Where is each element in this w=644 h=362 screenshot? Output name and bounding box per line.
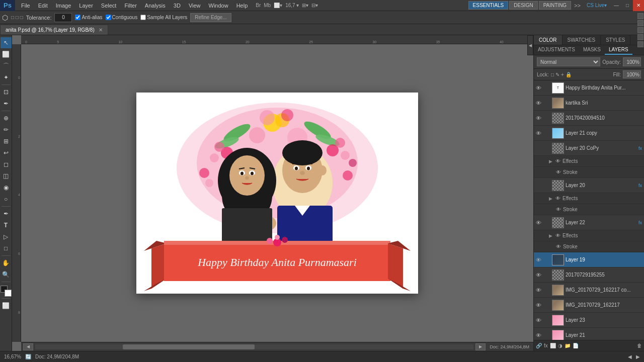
canvas-content[interactable]: Happy Birthday Anita Purnamasari — [21, 44, 533, 342]
close-btn[interactable]: ✕ — [633, 0, 644, 11]
layer-eye-20copy[interactable]: 👁 — [536, 145, 543, 151]
layer-eye-20170420[interactable]: 👁 — [536, 115, 543, 121]
scroll-left-btn[interactable]: ◀ — [23, 343, 33, 350]
color-tab[interactable]: COLOR — [534, 35, 562, 45]
h-scroll-track[interactable] — [35, 344, 473, 349]
adjustment-layer-btn[interactable]: ◑ — [558, 343, 562, 348]
cs-live-btn[interactable]: CS Live▾ — [583, 2, 611, 9]
zoom-level[interactable]: 16,7 ▾ — [285, 3, 299, 8]
panel-icon-5[interactable] — [637, 41, 643, 47]
stamp-tool[interactable]: ⊞ — [1, 136, 12, 147]
eyedropper-tool[interactable]: ✒ — [1, 98, 12, 109]
br-icon[interactable]: Br — [256, 3, 261, 8]
hand-tool[interactable]: ✋ — [1, 257, 12, 268]
layer-eye-19[interactable]: 👁 — [536, 257, 543, 263]
ws-design[interactable]: DESIGN — [509, 1, 537, 10]
layer-eye-21copy[interactable]: 👁 — [536, 130, 543, 136]
dodge-tool[interactable]: ○ — [1, 194, 12, 205]
layer-item-20copy[interactable]: 👁 Layer 20 CoPy fx — [534, 141, 644, 156]
type-tool[interactable]: T — [1, 220, 12, 231]
opacity-input[interactable] — [623, 57, 641, 66]
lock-all-btn[interactable]: 🔒 — [566, 72, 572, 77]
effect-item-22-stroke[interactable]: 👁 Stroke — [534, 241, 644, 252]
move-tool[interactable]: ↖ — [1, 37, 12, 48]
scroll-right-btn[interactable]: ▶ — [475, 343, 486, 350]
menu-view[interactable]: View — [185, 2, 205, 10]
layers-list[interactable]: 👁 T Happy Birthday Anita Pur... 👁 kartik… — [534, 80, 644, 340]
screen-mode-btn[interactable]: ⬜ — [1, 300, 12, 311]
anti-alias-checkbox[interactable] — [75, 15, 80, 20]
swatches-tab[interactable]: SWATCHES — [562, 35, 601, 45]
menu-help[interactable]: Help — [232, 2, 252, 10]
history-tool[interactable]: ↩ — [1, 147, 12, 158]
layer-eye-22[interactable]: 👁 — [536, 220, 543, 226]
tolerance-input[interactable] — [54, 13, 72, 22]
layer-item-20170729[interactable]: 👁 20170729195255 — [534, 267, 644, 283]
menu-image[interactable]: Image — [52, 2, 75, 10]
layer-item-20[interactable]: 👁 Layer 20 fx — [534, 178, 644, 193]
effect-item-22-effects[interactable]: ▶ 👁 Effects — [534, 230, 644, 241]
layer-style-btn[interactable]: fx — [544, 343, 548, 348]
layer-eye-20[interactable]: 👁 — [536, 183, 543, 189]
layer-eye-img1[interactable]: 👁 — [536, 287, 543, 293]
layer-item-21copy[interactable]: 👁 Layer 21 copy — [534, 126, 644, 141]
mb-icon[interactable]: Mb — [264, 3, 271, 8]
layer-item-birthday[interactable]: 👁 T Happy Birthday Anita Pur... — [534, 80, 644, 96]
layer-item-img2[interactable]: 👁 IMG_20170729_162217 — [534, 298, 644, 313]
effect-item-20copy-stroke[interactable]: 👁 Stroke — [534, 167, 644, 178]
refine-edge-btn[interactable]: Refine Edge... — [190, 13, 231, 22]
minimize-btn[interactable]: — — [611, 0, 622, 11]
effect-eye-22[interactable]: 👁 — [555, 233, 560, 238]
layer-item-21[interactable]: 👁 Layer 21 — [534, 328, 644, 340]
nav-right-btn[interactable]: ▶ — [636, 354, 640, 359]
new-layer-btn[interactable]: 📄 — [573, 343, 579, 348]
tab-close-btn[interactable]: ✕ — [99, 27, 103, 33]
adjustments-tab[interactable]: ADJUSTMENTS — [534, 45, 579, 55]
menu-edit[interactable]: Edit — [34, 2, 52, 10]
delete-layer-btn[interactable]: 🗑 — [637, 343, 642, 348]
layer-item-22[interactable]: 👁 Layer 22 fx — [534, 215, 644, 230]
styles-tab[interactable]: STYLES — [601, 35, 630, 45]
sample-all-checkbox[interactable] — [140, 15, 146, 20]
fill-input[interactable] — [623, 70, 641, 78]
h-scrollbar[interactable]: ◀ ▶ Doc: 24,9M/204,8M — [21, 342, 533, 351]
effect-item-20-effects[interactable]: ▶ 👁 Effects — [534, 193, 644, 204]
lock-image-btn[interactable]: ✎ — [555, 72, 559, 77]
masks-tab[interactable]: MASKS — [579, 45, 605, 55]
panel-icon-3[interactable] — [637, 27, 643, 33]
grid-mode[interactable]: ⊞▾ — [302, 3, 308, 8]
h-scroll-thumb[interactable] — [123, 344, 254, 349]
ws-painting[interactable]: PAINTING — [539, 1, 571, 10]
menu-file[interactable]: File — [17, 2, 34, 10]
stroke-eye-22[interactable]: 👁 — [556, 244, 561, 249]
menu-filter[interactable]: Filter — [120, 2, 140, 10]
layer-eye-birthday[interactable]: 👁 — [536, 85, 543, 91]
heal-tool[interactable]: ⊕ — [1, 113, 12, 124]
effect-item-20copy-effects[interactable]: ▶ 👁 Effects — [534, 156, 644, 167]
color-swatch[interactable] — [1, 286, 12, 297]
layer-eye-kartika[interactable]: 👁 — [536, 100, 543, 106]
crop-tool[interactable]: ⊡ — [1, 86, 12, 98]
layer-item-kartika[interactable]: 👁 kartika Sri — [534, 96, 644, 111]
eraser-tool[interactable]: ◻ — [1, 159, 12, 170]
more-workspaces[interactable]: >> — [572, 3, 583, 9]
zoom-tool[interactable]: 🔍 — [1, 269, 12, 280]
new-group-btn[interactable]: 📁 — [565, 343, 571, 348]
menu-3d[interactable]: 3D — [170, 2, 185, 10]
lasso-tool[interactable]: ⌒ — [1, 60, 12, 71]
path-select-tool[interactable]: ▷ — [1, 231, 12, 242]
panel-icon-1[interactable] — [637, 13, 643, 19]
lock-position-btn[interactable]: + — [561, 72, 564, 77]
panel-icon-2[interactable] — [637, 20, 643, 26]
brush-tool[interactable]: ✏ — [1, 124, 12, 135]
lock-transparent-btn[interactable]: □ — [551, 72, 554, 77]
link-layers-btn[interactable]: 🔗 — [536, 343, 542, 348]
layers-tab[interactable]: LAYERS — [605, 45, 632, 55]
contiguous-checkbox[interactable] — [106, 15, 111, 20]
maximize-btn[interactable]: □ — [622, 0, 633, 11]
panel-collapse-btn[interactable]: ◀ — [527, 35, 533, 55]
menu-window[interactable]: Window — [205, 2, 232, 10]
layer-item-20170420[interactable]: 👁 20170420094510 — [534, 111, 644, 126]
marquee-tool[interactable]: ⬜ — [1, 49, 12, 60]
stroke-eye-20[interactable]: 👁 — [556, 207, 561, 212]
